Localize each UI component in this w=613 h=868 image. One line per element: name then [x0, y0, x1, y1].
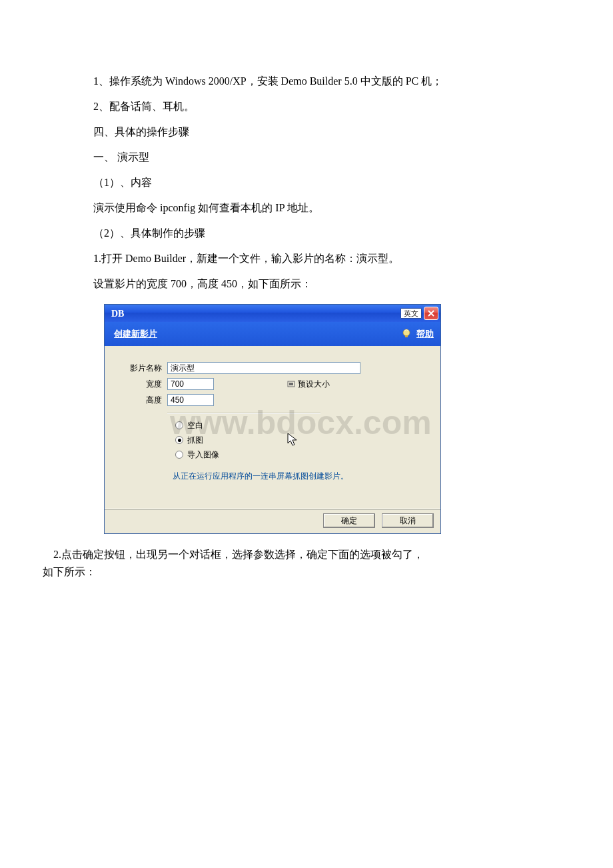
radio-blank-label: 空白: [187, 419, 203, 431]
label-height: 高度: [117, 394, 167, 406]
movie-name-input[interactable]: [167, 362, 360, 374]
dialog-subheader: 创建新影片 帮助: [105, 322, 440, 346]
preset-icon: [287, 380, 295, 388]
width-input[interactable]: [167, 378, 214, 390]
radio-icon: [175, 421, 183, 429]
svg-rect-3: [289, 383, 293, 385]
paragraph-content: 演示使用命令 ipconfig 如何查看本机的 IP 地址。: [93, 200, 520, 216]
heading-4: 四、具体的操作步骤: [93, 124, 520, 140]
label-name: 影片名称: [117, 362, 167, 374]
paragraph-2: 2、配备话筒、耳机。: [93, 99, 520, 115]
step-1: 1.打开 Demo Builder，新建一个文件，输入影片的名称：演示型。: [93, 251, 520, 267]
radio-import-label: 导入图像: [187, 449, 219, 461]
titlebar[interactable]: DB 英文: [105, 305, 440, 322]
label-width: 宽度: [117, 378, 167, 390]
subheader-title: 创建新影片: [114, 327, 157, 341]
subheading-steps: （2）、具体制作的步骤: [93, 225, 520, 241]
help-link[interactable]: 帮助: [416, 327, 434, 341]
close-button[interactable]: [424, 307, 438, 320]
separator: [167, 413, 320, 414]
help-bulb-icon: [400, 328, 412, 340]
close-icon: [428, 310, 434, 317]
window-title: DB: [111, 307, 124, 321]
svg-point-0: [403, 329, 410, 336]
radio-capture-label: 抓图: [187, 434, 203, 446]
step-2b: 如下所示：: [43, 563, 570, 581]
svg-rect-1: [405, 335, 408, 337]
radio-blank[interactable]: 空白: [175, 419, 428, 431]
radio-icon: [175, 436, 183, 444]
radio-icon: [175, 451, 183, 459]
radio-import[interactable]: 导入图像: [175, 449, 428, 461]
step-1b: 设置影片的宽度 700，高度 450，如下面所示：: [93, 276, 520, 292]
ime-indicator[interactable]: 英文: [400, 308, 422, 319]
new-movie-dialog: DB 英文 创建新影片: [104, 304, 441, 534]
cancel-button[interactable]: 取消: [382, 513, 434, 528]
subheading-content: （1）、内容: [93, 175, 520, 191]
ok-button[interactable]: 确定: [323, 513, 375, 528]
preset-label: 预设大小: [298, 378, 330, 390]
preset-size-link[interactable]: 预设大小: [287, 378, 330, 390]
heading-demo-type: 一、 演示型: [93, 149, 520, 165]
height-input[interactable]: [167, 394, 214, 406]
paragraph-1: 1、操作系统为 Windows 2000/XP，安装 Demo Builder …: [93, 73, 520, 89]
step-2a: 2.点击确定按钮，出现另一个对话框，选择参数选择，确定下面的选项被勾了，: [43, 546, 570, 563]
hint-text: 从正在运行应用程序的一连串屏幕抓图创建影片。: [173, 470, 428, 482]
radio-capture[interactable]: 抓图: [175, 434, 428, 446]
button-bar: 确定 取消: [105, 509, 440, 533]
